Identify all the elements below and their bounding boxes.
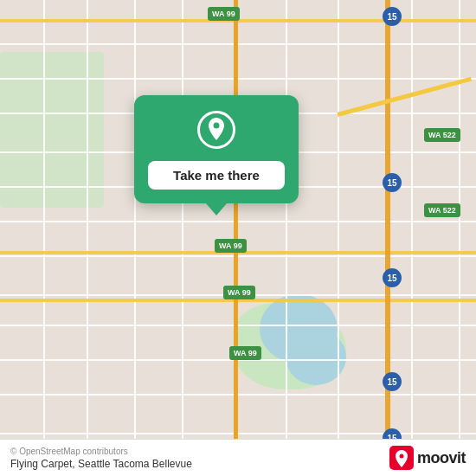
street-h-6 — [0, 221, 476, 222]
street-h-7 — [0, 255, 476, 257]
wa99-label-top: WA 99 — [208, 7, 240, 21]
take-me-there-button[interactable]: Take me there — [148, 161, 285, 190]
wa99-label-lower2: WA 99 — [223, 286, 255, 299]
wa522-label-lower: WA 522 — [424, 203, 460, 217]
moovit-logo[interactable]: moovit — [389, 446, 466, 470]
location-popup: Take me there — [134, 95, 299, 203]
park-area-1 — [0, 52, 104, 208]
street-h-12 — [0, 433, 476, 434]
pin-svg — [206, 118, 227, 142]
street-v-9 — [459, 0, 460, 476]
moovit-brand-text: moovit — [417, 449, 466, 467]
map-container: WA 99 15 WA 522 15 WA 99 15 WA 522 WA 99… — [0, 0, 476, 476]
street-h-9 — [0, 325, 476, 326]
i15-label-bottom: 15 — [383, 372, 402, 391]
wa99-label-mid: WA 99 — [215, 239, 247, 253]
location-label: Flying Carpet, Seattle Tacoma Bellevue — [10, 458, 192, 470]
i15-label-mid: 15 — [383, 173, 402, 192]
bottom-bar: © OpenStreetMap contributors Flying Carp… — [0, 439, 476, 476]
wa522-label-right: WA 522 — [424, 128, 460, 142]
svg-point-2 — [399, 454, 403, 459]
street-v-2 — [87, 0, 88, 476]
street-v-6 — [286, 0, 287, 476]
i15-label-lower: 15 — [383, 268, 402, 287]
wa99-highway — [234, 0, 238, 476]
popup-pin-icon — [197, 111, 235, 149]
attribution-text: © OpenStreetMap contributors — [10, 447, 192, 456]
street-v-3 — [134, 0, 136, 476]
street-v-4 — [182, 0, 183, 476]
moovit-icon-svg — [389, 446, 414, 470]
i15-label-top: 15 — [383, 7, 402, 26]
street-h-1 — [0, 43, 476, 45]
street-v-1 — [43, 0, 45, 476]
street-v-8 — [411, 0, 413, 476]
street-v-7 — [338, 0, 339, 476]
i5-highway — [385, 0, 390, 476]
street-h-11 — [0, 394, 476, 396]
bottom-left-info: © OpenStreetMap contributors Flying Carp… — [10, 447, 192, 470]
street-h-2 — [0, 78, 476, 80]
svg-point-0 — [214, 123, 220, 129]
wa99-label-bottom: WA 99 — [229, 346, 261, 360]
